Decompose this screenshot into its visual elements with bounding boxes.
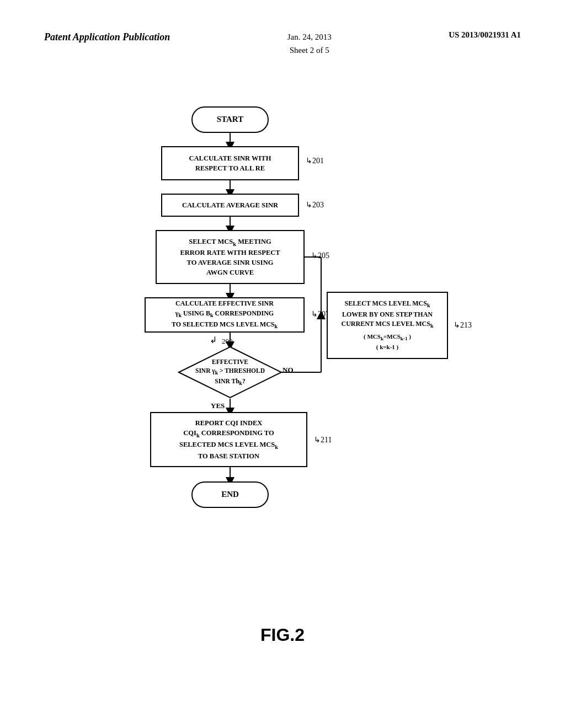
label-yes: YES	[211, 402, 225, 410]
page: Patent Application Publication Jan. 24, …	[0, 0, 565, 728]
patent-number: US 2013/0021931 A1	[449, 30, 521, 40]
end-oval: END	[191, 481, 269, 508]
ref-201: ↳201	[306, 156, 324, 165]
box-201: CALCULATE SINR WITHRESPECT TO ALL RE	[161, 146, 299, 180]
diagram-area: START CALCULATE SINR WITHRESPECT TO ALL …	[0, 101, 565, 645]
box-211: REPORT CQI INDEXCQIk CORRESPONDING TOSEL…	[150, 412, 307, 467]
ref-205: ↳205	[311, 251, 329, 260]
box-209: EFFECTIVESINR γk > THRESHOLDSINR Thk? 20…	[178, 346, 282, 399]
ref-211: ↳211	[314, 435, 332, 445]
ref-203: ↳203	[306, 200, 324, 210]
ref-213: ↳213	[454, 320, 472, 330]
header: Patent Application Publication Jan. 24, …	[0, 0, 565, 68]
header-date-sheet: Jan. 24, 2013 Sheet 2 of 5	[287, 30, 332, 57]
patent-publication-label: Patent Application Publication	[44, 30, 170, 44]
box-213: SELECT MCS LEVEL MCSkLOWER BY ONE STEP T…	[327, 292, 448, 359]
box-207: CALCULATE EFFECTIVE SINRγk USING Bk CORR…	[145, 297, 305, 333]
start-oval: START	[191, 106, 269, 133]
flowchart: START CALCULATE SINR WITHRESPECT TO ALL …	[89, 101, 476, 608]
figure-label: FIG.2	[89, 625, 476, 645]
label-no: NO	[282, 366, 294, 374]
box-205: SELECT MCSk MEETINGERROR RATE WITH RESPE…	[156, 230, 305, 284]
flowchart-wrapper: START CALCULATE SINR WITHRESPECT TO ALL …	[89, 101, 476, 645]
box-203: CALCULATE AVERAGE SINR	[161, 194, 299, 217]
